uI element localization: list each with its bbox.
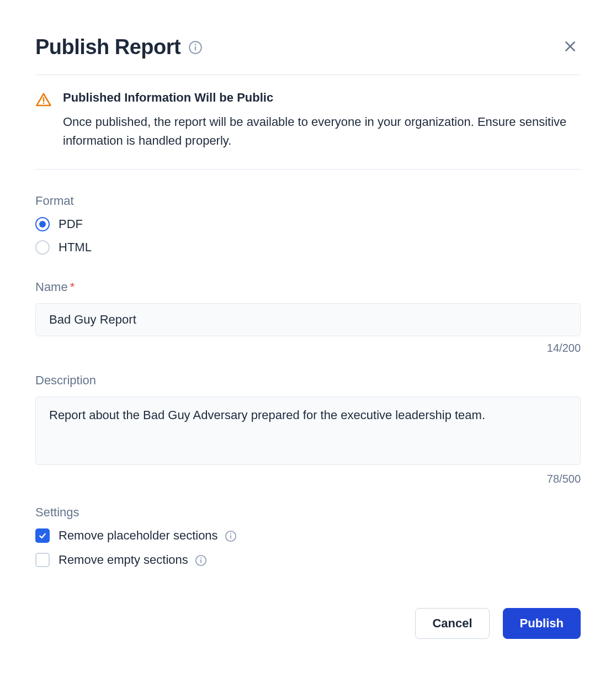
settings-label: Settings bbox=[35, 505, 581, 520]
required-star: * bbox=[70, 280, 75, 294]
description-input[interactable] bbox=[35, 396, 581, 465]
publish-report-dialog: Publish Report bbox=[0, 0, 616, 683]
close-button[interactable] bbox=[560, 36, 581, 59]
radio-label: PDF bbox=[59, 217, 83, 231]
checkbox-icon bbox=[35, 528, 50, 543]
name-counter: 14/200 bbox=[35, 342, 581, 355]
setting-remove-placeholder[interactable]: Remove placeholder sections bbox=[35, 528, 581, 543]
name-section: Name* 14/200 bbox=[35, 255, 581, 355]
checkbox-label: Remove placeholder sections bbox=[59, 528, 237, 543]
warning-body: Once published, the report will be avail… bbox=[63, 113, 581, 150]
name-label-text: Name bbox=[35, 280, 68, 294]
name-label: Name* bbox=[35, 280, 581, 294]
warning-banner: Published Information Will be Public Onc… bbox=[35, 75, 581, 170]
checkbox-label: Remove empty sections bbox=[59, 553, 207, 567]
dialog-header: Publish Report bbox=[35, 35, 581, 75]
publish-button[interactable]: Publish bbox=[503, 608, 581, 639]
description-counter: 78/500 bbox=[35, 473, 581, 485]
description-label: Description bbox=[35, 373, 581, 388]
cancel-button[interactable]: Cancel bbox=[415, 608, 489, 639]
format-section: Format PDF HTML bbox=[35, 170, 581, 255]
setting-remove-empty[interactable]: Remove empty sections bbox=[35, 553, 581, 567]
svg-point-9 bbox=[230, 533, 231, 535]
info-icon[interactable] bbox=[225, 530, 237, 542]
format-option-pdf[interactable]: PDF bbox=[35, 217, 581, 231]
settings-section: Settings Remove placeholder sections bbox=[35, 485, 581, 567]
format-radio-group: PDF HTML bbox=[35, 217, 581, 255]
checkbox-label-text: Remove placeholder sections bbox=[59, 528, 218, 542]
warning-icon bbox=[35, 92, 52, 150]
dialog-title: Publish Report bbox=[35, 35, 180, 59]
format-option-html[interactable]: HTML bbox=[35, 240, 581, 255]
svg-point-6 bbox=[43, 103, 45, 104]
info-icon[interactable] bbox=[188, 40, 203, 55]
name-input[interactable] bbox=[35, 303, 581, 336]
description-section: Description 78/500 bbox=[35, 355, 581, 485]
format-label: Format bbox=[35, 194, 581, 208]
dialog-footer: Cancel Publish bbox=[35, 577, 581, 639]
svg-point-2 bbox=[195, 44, 197, 45]
info-icon[interactable] bbox=[195, 554, 207, 567]
checkbox-label-text: Remove empty sections bbox=[59, 553, 188, 567]
svg-point-12 bbox=[200, 558, 201, 559]
radio-label: HTML bbox=[59, 240, 92, 255]
checkbox-icon bbox=[35, 553, 50, 567]
close-icon bbox=[563, 39, 577, 55]
radio-icon bbox=[35, 217, 50, 231]
title-wrap: Publish Report bbox=[35, 35, 203, 59]
radio-icon bbox=[35, 240, 50, 255]
warning-title: Published Information Will be Public bbox=[63, 91, 581, 105]
